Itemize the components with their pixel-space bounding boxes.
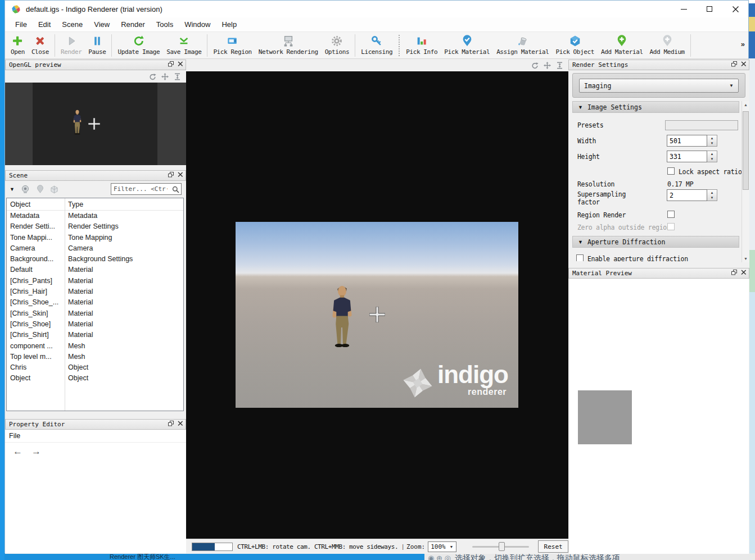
- zero-alpha-checkbox[interactable]: [667, 223, 675, 230]
- close-panel-icon[interactable]: [741, 61, 747, 67]
- opengl-preview-viewport[interactable]: [5, 83, 186, 165]
- scene-filter-input[interactable]: [111, 185, 168, 193]
- zoom-camera-icon[interactable]: [555, 61, 564, 70]
- table-row[interactable]: Render Setti...Render Settings: [7, 221, 183, 232]
- open-button[interactable]: Open: [7, 33, 28, 58]
- float-panel-icon[interactable]: [168, 61, 174, 67]
- table-row[interactable]: CameraCamera: [7, 243, 183, 254]
- menu-item-scene[interactable]: Scene: [56, 17, 88, 31]
- column-header-object[interactable]: Object: [7, 198, 65, 210]
- settings-scrollbar[interactable]: ▲ ▼: [742, 101, 749, 262]
- pan-camera-icon[interactable]: [542, 61, 551, 70]
- pick-object-button[interactable]: Pick Object: [552, 33, 597, 58]
- close-window-button[interactable]: [722, 1, 748, 17]
- table-row[interactable]: ObjectObject: [7, 373, 183, 384]
- close-panel-icon[interactable]: [178, 61, 183, 67]
- width-input[interactable]: [667, 135, 707, 147]
- table-row[interactable]: Top level m...Mesh: [7, 352, 183, 362]
- menu-item-render[interactable]: Render: [115, 17, 151, 31]
- lock-aspect-checkbox[interactable]: [667, 167, 675, 175]
- scroll-down-icon[interactable]: ▼: [742, 255, 749, 262]
- settings-category-dropdown[interactable]: Imaging ▼: [579, 79, 739, 93]
- spin-buttons[interactable]: ▲▼: [707, 135, 717, 147]
- presets-input[interactable]: [665, 120, 738, 130]
- region-render-checkbox[interactable]: [667, 211, 675, 218]
- scroll-up-icon[interactable]: ▲: [742, 101, 749, 108]
- float-panel-icon[interactable]: [168, 421, 174, 426]
- table-row[interactable]: Background...Background Settings: [7, 254, 183, 265]
- height-input[interactable]: [667, 151, 707, 162]
- minimize-button[interactable]: [671, 1, 697, 17]
- material-filter-icon[interactable]: [36, 185, 44, 194]
- licensing-button[interactable]: Licensing: [358, 33, 396, 58]
- table-row[interactable]: [Chris_Shirt]Material: [7, 330, 183, 340]
- close-panel-icon[interactable]: [741, 270, 747, 275]
- table-row[interactable]: [Chris_Shoe]Material: [7, 319, 183, 330]
- table-row[interactable]: Tone Mappi...Tone Mapping: [7, 233, 183, 243]
- network-rendering-button[interactable]: Network Rendering: [255, 33, 322, 58]
- table-row[interactable]: [Chris_Hair]Material: [7, 286, 183, 297]
- pick-material-button[interactable]: Pick Material: [441, 33, 493, 58]
- camera-filter-icon[interactable]: [20, 184, 30, 194]
- zoom-dropdown[interactable]: 100% ▼: [428, 541, 456, 552]
- render-button[interactable]: Render: [57, 33, 85, 58]
- table-row[interactable]: [Chris_Pants]Material: [7, 276, 183, 286]
- table-row[interactable]: component ...Mesh: [7, 341, 183, 352]
- menu-item-view[interactable]: View: [88, 17, 115, 31]
- enable-aperture-checkbox[interactable]: [576, 254, 584, 261]
- close-panel-icon[interactable]: [178, 421, 183, 426]
- scrollbar-thumb[interactable]: [743, 111, 749, 190]
- toolbar-overflow-button[interactable]: »: [741, 40, 745, 48]
- float-panel-icon[interactable]: [731, 61, 737, 67]
- table-row[interactable]: [Chris_Skin]Material: [7, 308, 183, 319]
- column-header-type[interactable]: Type: [65, 198, 83, 210]
- assign-material-button[interactable]: Assign Material: [493, 33, 552, 58]
- search-icon[interactable]: [172, 186, 179, 193]
- mesh-filter-icon[interactable]: [50, 185, 58, 194]
- menu-item-tools[interactable]: Tools: [151, 17, 179, 31]
- forward-arrow-icon[interactable]: →: [31, 446, 41, 457]
- maximize-button[interactable]: [697, 1, 722, 17]
- zoom-camera-icon[interactable]: [173, 72, 182, 81]
- rotate-camera-icon[interactable]: [148, 72, 157, 81]
- spin-buttons[interactable]: ▲▼: [707, 189, 717, 201]
- titlebar[interactable]: default.igs - Indigo Renderer (trial ver…: [5, 1, 748, 17]
- pick-region-button[interactable]: Pick Region: [210, 33, 255, 58]
- property-editor-titlebar[interactable]: Property Editor: [5, 419, 186, 430]
- update-image-button[interactable]: Update Image: [114, 33, 163, 58]
- options-button[interactable]: Options: [322, 33, 353, 58]
- add-medium-button[interactable]: Add Medium: [647, 33, 688, 58]
- slider-handle[interactable]: [499, 542, 505, 551]
- supersampling-input[interactable]: [667, 189, 707, 201]
- table-row[interactable]: DefaultMaterial: [7, 265, 183, 275]
- scene-table-header[interactable]: Object Type: [7, 198, 183, 211]
- table-row[interactable]: [Chris_Shoe_...Material: [7, 297, 183, 308]
- float-panel-icon[interactable]: [168, 172, 174, 177]
- expand-dropdown-icon[interactable]: ▼: [10, 186, 15, 192]
- close-panel-icon[interactable]: [178, 172, 183, 177]
- menu-item-help[interactable]: Help: [216, 17, 242, 31]
- float-panel-icon[interactable]: [731, 270, 737, 275]
- column-divider[interactable]: [65, 198, 65, 411]
- aperture-diffraction-header[interactable]: ▼ Aperture Diffraction: [572, 236, 739, 248]
- table-row[interactable]: ChrisObject: [7, 362, 183, 373]
- rotate-camera-icon[interactable]: [530, 61, 539, 70]
- render-settings-titlebar[interactable]: Render Settings: [568, 60, 749, 70]
- toolbar-drag-handle[interactable]: [399, 35, 400, 56]
- property-file-tab[interactable]: File: [5, 430, 186, 443]
- close-button[interactable]: Close: [28, 33, 52, 58]
- pan-camera-icon[interactable]: [160, 72, 169, 81]
- scene-titlebar[interactable]: Scene: [5, 170, 186, 181]
- back-arrow-icon[interactable]: ←: [13, 446, 22, 457]
- spin-buttons[interactable]: ▲▼: [707, 151, 717, 162]
- table-row[interactable]: MetadataMetadata: [7, 211, 183, 221]
- image-settings-header[interactable]: ▼ Image Settings: [572, 101, 739, 113]
- menu-item-file[interactable]: File: [10, 17, 33, 31]
- pick-info-button[interactable]: Pick Info: [403, 33, 441, 58]
- menu-item-edit[interactable]: Edit: [33, 17, 56, 31]
- render-viewport[interactable]: indigo renderer: [186, 71, 568, 539]
- material-preview-titlebar[interactable]: Material Preview: [568, 268, 749, 279]
- zoom-slider[interactable]: [472, 541, 530, 552]
- save-image-button[interactable]: Save Image: [163, 33, 205, 58]
- menu-item-window[interactable]: Window: [179, 17, 216, 31]
